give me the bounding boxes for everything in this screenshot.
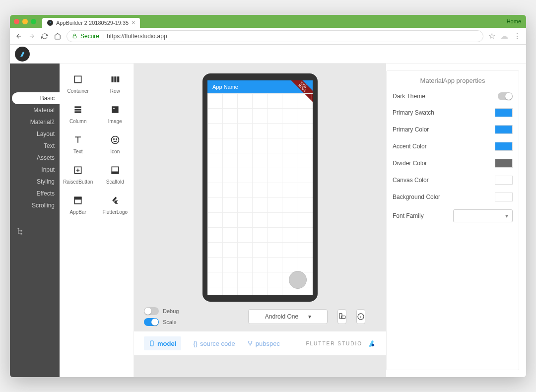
- sidebar-label: Effects: [37, 190, 55, 197]
- widget-label: Text: [73, 149, 82, 154]
- device-select[interactable]: Android One ▾: [248, 309, 328, 324]
- rows-icon: [72, 104, 84, 116]
- primary-swatch-color[interactable]: [495, 108, 513, 117]
- back-button[interactable]: [15, 32, 23, 40]
- widget-label: Container: [67, 88, 89, 94]
- tab-label: source code: [200, 340, 235, 347]
- rotate-device-button[interactable]: [337, 309, 346, 324]
- divider-color-swatch[interactable]: [495, 159, 513, 168]
- widget-scaffold[interactable]: Scaffold: [97, 159, 134, 190]
- svg-point-26: [250, 344, 251, 345]
- plus-box-icon: [72, 164, 84, 176]
- sidebar-item-effects[interactable]: Effects: [10, 188, 60, 199]
- cloud-icon[interactable]: ☁: [500, 31, 508, 41]
- widget-container[interactable]: Container: [60, 68, 97, 99]
- close-window-button[interactable]: [14, 19, 19, 24]
- widget-flutterlogo[interactable]: FlutterLogo: [97, 190, 134, 220]
- home-button[interactable]: [54, 32, 62, 40]
- widget-label: Row: [110, 88, 120, 94]
- svg-rect-3: [21, 233, 22, 235]
- favicon-icon: [47, 20, 53, 26]
- primary-color-swatch[interactable]: [495, 125, 513, 134]
- prop-dark-theme-label: Dark Theme: [393, 93, 425, 100]
- flutter-icon: [109, 195, 121, 206]
- phone-icon: [149, 339, 155, 347]
- sidebar-label: Basic: [40, 95, 55, 102]
- bottom-tabs: model {} source code pubspec FLUTTER STU…: [134, 331, 386, 355]
- sidebar-item-scrolling[interactable]: Scrolling: [10, 199, 60, 211]
- app-logo-icon[interactable]: [15, 47, 30, 62]
- widget-label: Column: [69, 119, 86, 124]
- design-grid[interactable]: [207, 93, 313, 295]
- widget-image[interactable]: Image: [97, 99, 134, 129]
- svg-rect-7: [117, 76, 119, 82]
- branch-icon: [247, 340, 253, 346]
- svg-point-11: [113, 108, 115, 109]
- accent-color-swatch[interactable]: [495, 142, 513, 151]
- sidebar-item-basic[interactable]: Basic: [12, 92, 60, 104]
- sidebar-label: Assets: [37, 154, 55, 161]
- tab-source-code[interactable]: {} source code: [193, 340, 235, 347]
- svg-point-24: [248, 341, 249, 342]
- background-color-swatch[interactable]: [495, 193, 513, 201]
- widget-appbar[interactable]: AppBar: [60, 190, 97, 220]
- prop-font-family-label: Font Family: [393, 212, 424, 219]
- svg-rect-9: [75, 109, 81, 110]
- tab-title: AppBuilder 2 20180529-19:35: [56, 20, 129, 26]
- canvas-color-swatch[interactable]: [495, 176, 513, 185]
- widget-column[interactable]: Column: [60, 99, 97, 129]
- svg-rect-8: [75, 106, 81, 108]
- star-icon[interactable]: ☆: [488, 31, 495, 41]
- preview-fab[interactable]: [289, 271, 307, 289]
- tab-pubspec[interactable]: pubspec: [247, 340, 280, 347]
- chevron-down-icon: ▾: [505, 212, 508, 219]
- menu-icon[interactable]: ⋮: [513, 31, 521, 41]
- home-link[interactable]: Home: [507, 18, 521, 24]
- sidebar-item-text[interactable]: Text: [10, 140, 60, 152]
- debug-toggle[interactable]: [144, 307, 159, 315]
- smile-icon: [109, 134, 121, 146]
- browser-toolbar: Secure | https://flutterstudio.app ☆ ☁ ⋮: [10, 28, 526, 45]
- sidebar-item-material[interactable]: Material: [10, 104, 60, 116]
- address-bar[interactable]: Secure | https://flutterstudio.app: [67, 30, 483, 42]
- tab-model[interactable]: model: [144, 336, 181, 350]
- svg-rect-0: [73, 36, 76, 38]
- tree-view-icon[interactable]: [10, 226, 60, 237]
- info-button[interactable]: [356, 309, 365, 324]
- widget-palette: Container Row Column Image Text Icon: [60, 64, 134, 377]
- svg-point-12: [111, 136, 119, 144]
- appbar-icon: [72, 195, 84, 206]
- scale-toggle[interactable]: [144, 318, 159, 326]
- browser-tab[interactable]: AppBuilder 2 20180529-19:35 ×: [42, 18, 140, 28]
- sidebar-item-input[interactable]: Input: [10, 164, 60, 176]
- chevron-down-icon: ▾: [308, 313, 311, 320]
- svg-rect-23: [150, 341, 153, 346]
- sidebar-label: Layout: [37, 131, 55, 137]
- columns-icon: [109, 73, 121, 85]
- maximize-window-button[interactable]: [31, 19, 36, 24]
- widget-label: RaisedButton: [63, 179, 93, 185]
- widget-label: Image: [108, 119, 122, 124]
- close-tab-icon[interactable]: ×: [132, 19, 135, 26]
- sidebar-item-styling[interactable]: Styling: [10, 176, 60, 188]
- text-icon: [72, 134, 84, 146]
- sidebar-item-assets[interactable]: Assets: [10, 152, 60, 164]
- forward-button[interactable]: [28, 32, 36, 40]
- preview-appbar[interactable]: App Name ⋮: [207, 80, 313, 93]
- tab-label: model: [157, 340, 176, 347]
- widget-icon[interactable]: Icon: [97, 129, 134, 159]
- svg-rect-17: [112, 172, 118, 173]
- square-icon: [72, 73, 84, 85]
- sidebar-item-material2[interactable]: Material2: [10, 116, 60, 128]
- dark-theme-toggle[interactable]: [498, 92, 513, 100]
- font-family-select[interactable]: ▾: [453, 209, 513, 222]
- image-icon: [109, 104, 121, 116]
- widget-row[interactable]: Row: [97, 68, 134, 99]
- sidebar-item-layout[interactable]: Layout: [10, 128, 60, 140]
- widget-text[interactable]: Text: [60, 129, 97, 159]
- widget-raisedbutton[interactable]: RaisedButton: [60, 159, 97, 190]
- reload-button[interactable]: [41, 32, 49, 40]
- minimize-window-button[interactable]: [22, 19, 28, 24]
- device-screen[interactable]: App Name ⋮: [207, 80, 313, 295]
- lock-icon: [72, 33, 77, 39]
